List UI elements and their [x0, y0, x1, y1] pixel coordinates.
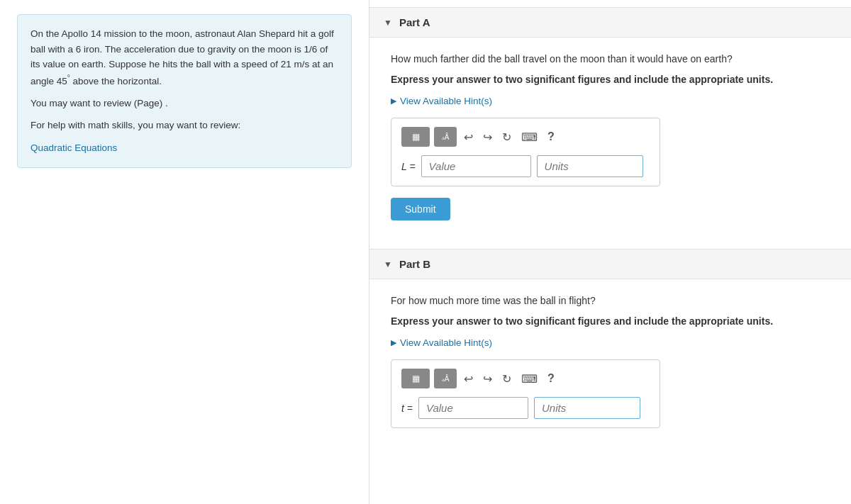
font-icon-b: ₐÂ: [442, 375, 450, 383]
redo-icon: ↪: [483, 130, 492, 144]
question-icon-b: ?: [547, 372, 555, 385]
quadratic-equations-link[interactable]: Quadratic Equations: [30, 142, 117, 153]
part-a-grid-button[interactable]: ▦: [401, 127, 430, 147]
refresh-icon: ↻: [502, 130, 511, 144]
part-a-section: ▼ Part A How much farther did the ball t…: [369, 7, 851, 242]
part-b-hint-chevron-icon: ▶: [391, 338, 396, 347]
part-b-input-label: t =: [401, 403, 413, 414]
part-b-section: ▼ Part B For how much more time was the …: [369, 249, 851, 454]
part-a-units-input[interactable]: [537, 155, 643, 177]
part-a-undo-button[interactable]: ↩: [461, 129, 476, 145]
problem-description: On the Apollo 14 mission to the moon, as…: [17, 14, 352, 168]
part-a-submit-button[interactable]: Submit: [391, 198, 450, 220]
left-panel: On the Apollo 14 mission to the moon, as…: [0, 0, 369, 504]
part-a-font-button[interactable]: ₐÂ: [434, 127, 457, 147]
part-a-keyboard-button[interactable]: ⌨: [518, 129, 540, 145]
right-panel: ▼ Part A How much farther did the ball t…: [369, 0, 851, 504]
part-a-help-button[interactable]: ?: [545, 129, 557, 145]
undo-icon: ↩: [464, 130, 473, 144]
grid-icon: ▦: [412, 132, 420, 142]
part-b-chevron-icon: ▼: [384, 259, 392, 269]
part-a-instruction: Express your answer to two significant f…: [391, 72, 830, 87]
part-a-input-row: L =: [401, 155, 650, 177]
part-b-question: For how much more time was the ball in f…: [391, 293, 830, 308]
part-b-redo-button[interactable]: ↪: [480, 371, 495, 387]
part-b-title: Part B: [399, 258, 430, 270]
part-b-hint-link[interactable]: ▶ View Available Hint(s): [391, 337, 830, 348]
part-b-header[interactable]: ▼ Part B: [369, 249, 851, 279]
part-b-undo-button[interactable]: ↩: [461, 371, 476, 387]
keyboard-icon: ⌨: [521, 130, 538, 144]
part-a-header[interactable]: ▼ Part A: [369, 7, 851, 38]
part-a-hint-link[interactable]: ▶ View Available Hint(s): [391, 96, 830, 106]
part-a-title: Part A: [399, 16, 430, 28]
help-text: For help with math skills, you may want …: [30, 118, 338, 133]
part-a-content: How much farther did the ball travel on …: [369, 38, 851, 242]
font-icon: ₐÂ: [442, 133, 450, 141]
part-a-input-label: L =: [401, 161, 416, 172]
part-b-units-input[interactable]: [534, 397, 640, 419]
part-b-value-input[interactable]: [418, 397, 528, 419]
part-a-hint-chevron-icon: ▶: [391, 96, 396, 106]
keyboard-icon-b: ⌨: [521, 372, 538, 386]
part-b-grid-button[interactable]: ▦: [401, 369, 430, 388]
redo-icon-b: ↪: [483, 372, 492, 386]
part-b-instruction: Express your answer to two significant f…: [391, 314, 830, 329]
grid-icon-b: ▦: [412, 374, 420, 383]
part-b-content: For how much more time was the ball in f…: [369, 279, 851, 454]
part-a-answer-box: ▦ ₐÂ ↩ ↪ ↻ ⌨: [391, 118, 660, 186]
part-b-help-button[interactable]: ?: [545, 371, 557, 386]
part-b-toolbar: ▦ ₐÂ ↩ ↪ ↻ ⌨: [401, 369, 650, 388]
part-b-answer-box: ▦ ₐÂ ↩ ↪ ↻ ⌨: [391, 359, 660, 428]
part-a-toolbar: ▦ ₐÂ ↩ ↪ ↻ ⌨: [401, 127, 650, 147]
review-text: You may want to review (Page) .: [30, 96, 338, 111]
part-a-refresh-button[interactable]: ↻: [499, 129, 514, 145]
problem-text: On the Apollo 14 mission to the moon, as…: [30, 26, 338, 89]
part-a-value-input[interactable]: [421, 155, 531, 177]
part-a-chevron-icon: ▼: [384, 18, 392, 28]
part-b-input-row: t =: [401, 397, 650, 419]
refresh-icon-b: ↻: [502, 372, 511, 386]
part-b-font-button[interactable]: ₐÂ: [434, 369, 457, 388]
part-b-refresh-button[interactable]: ↻: [499, 371, 514, 387]
undo-icon-b: ↩: [464, 372, 473, 386]
part-a-question: How much farther did the ball travel on …: [391, 52, 830, 67]
part-b-keyboard-button[interactable]: ⌨: [518, 371, 540, 387]
part-a-redo-button[interactable]: ↪: [480, 129, 495, 145]
question-icon: ?: [547, 130, 555, 143]
